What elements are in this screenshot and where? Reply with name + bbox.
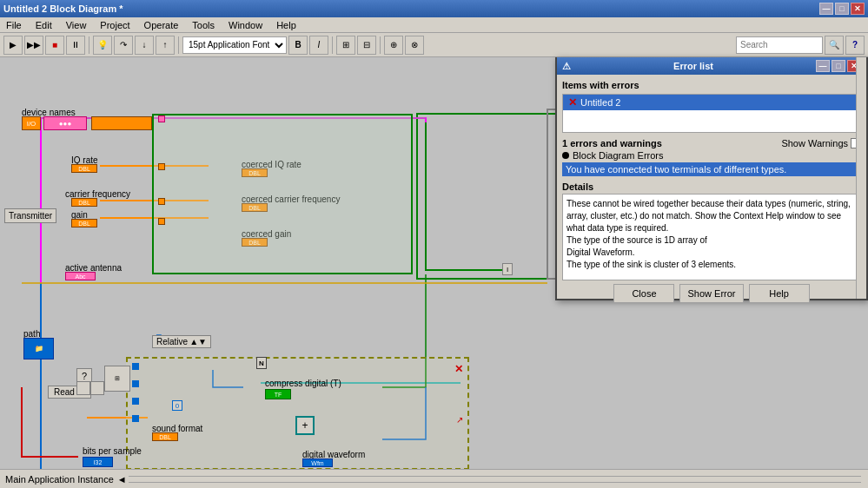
separator-1 [89, 36, 89, 54]
run-continuously-button[interactable]: ▶▶ [24, 36, 43, 55]
error-x-mark2: ↗ [456, 415, 463, 425]
relative-selector[interactable]: Relative ▲▼ [152, 335, 211, 348]
gain-block: DBL [71, 219, 97, 228]
window-title: Untitled 2 Block Diagram * [3, 3, 123, 14]
device-pink-block: ●●● [43, 116, 87, 130]
separator-3 [332, 36, 333, 54]
error-panel-title-text: Error list [673, 61, 713, 71]
frame-indicator: I [502, 263, 513, 275]
step-out-btn[interactable]: ↑ [156, 36, 175, 55]
iq-rate-block: DBL [71, 164, 97, 173]
add-block: + [295, 416, 315, 435]
details-title: Details [562, 181, 861, 192]
bold-btn[interactable]: B [288, 36, 308, 55]
subvi-small-1: ⊞ [104, 366, 130, 392]
font-selector[interactable]: 15pt Application Font [182, 36, 287, 54]
status-text: Main Application Instance [5, 474, 114, 485]
menu-file[interactable]: File [3, 19, 24, 31]
error-panel-maximize[interactable]: □ [832, 60, 845, 72]
highlight-btn[interactable]: 💡 [93, 36, 112, 55]
toolbar: ▶ ▶▶ ■ ⏸ 💡 ↷ ↓ ↑ 15pt Application Font B… [0, 33, 868, 57]
error-icon: ✕ [568, 96, 577, 109]
sound-format-block: DBL [152, 432, 178, 441]
align-btn[interactable]: ⊞ [336, 36, 355, 55]
show-error-button[interactable]: Show Error [679, 284, 743, 303]
pause-button[interactable]: ⏸ [66, 36, 85, 55]
error-item-name: Untitled 2 [580, 97, 620, 108]
bits-per-sample-label: bits per sample [83, 446, 142, 456]
file-constant-2 [90, 381, 104, 395]
error-list-item-untitled2[interactable]: ✕ Untitled 2 [563, 95, 860, 110]
distribute-btn[interactable]: ⊟ [357, 36, 376, 55]
close-button[interactable]: ✕ [851, 3, 865, 15]
extra-btn2[interactable]: ⊗ [405, 36, 424, 55]
error-detail-text: These cannot be wired together because t… [567, 198, 857, 271]
terminal-pink [158, 115, 165, 122]
maximize-button[interactable]: □ [835, 3, 849, 15]
error-panel-icon: ⚠ [562, 61, 571, 72]
search-input[interactable] [736, 36, 823, 54]
search-button[interactable]: 🔍 [825, 36, 844, 55]
abort-button[interactable]: ■ [45, 36, 64, 55]
error-panel: ⚠ Error list — □ ✕ Items with errors ✕ U… [555, 57, 868, 300]
items-with-errors-title: Items with errors [562, 80, 861, 90]
compress-digital-label: compress digital (T) [265, 379, 341, 388]
bits-per-sample-block: I32 [83, 457, 113, 467]
block-diagram-errors-section: Block Diagram Errors [562, 150, 861, 161]
block-diagram-errors-text: Block Diagram Errors [573, 150, 664, 161]
extra-btn1[interactable]: ⊕ [384, 36, 403, 55]
menu-help[interactable]: Help [274, 19, 299, 31]
carrier-freq-block: DBL [71, 198, 97, 207]
errors-warnings-count: 1 errors and warnings [562, 138, 662, 148]
main-subvi-box [152, 114, 413, 274]
menu-view[interactable]: View [63, 19, 89, 31]
menu-window[interactable]: Window [226, 19, 265, 31]
minimize-button[interactable]: — [819, 3, 833, 15]
device-orange-bar [91, 116, 152, 130]
close-button[interactable]: Close [613, 284, 674, 303]
status-bar: Main Application Instance ◄ [0, 469, 868, 488]
title-bar: Untitled 2 Block Diagram * — □ ✕ [0, 0, 868, 17]
file-constant [76, 381, 90, 395]
dot-icon [562, 152, 569, 159]
separator-2 [178, 36, 179, 54]
menu-tools[interactable]: Tools [189, 19, 217, 31]
menu-edit[interactable]: Edit [33, 19, 55, 31]
run-button[interactable]: ▶ [3, 36, 23, 55]
menu-bar: File Edit View Project Operate Tools Win… [0, 17, 868, 33]
show-warnings-container: Show Warnings [781, 138, 861, 148]
error-list-box[interactable]: ✕ Untitled 2 [562, 94, 861, 133]
help-button[interactable]: ? [845, 36, 865, 55]
main-area: device names I/O ●●● IQ rate DBL carrier… [0, 57, 868, 469]
inner-t1 [132, 363, 139, 370]
error-panel-title-bar: ⚠ Error list — □ ✕ [557, 57, 866, 75]
show-warnings-label: Show Warnings [781, 138, 848, 148]
transmitter-label: Transmitter [4, 208, 56, 223]
error-buttons: Close Show Error Help [562, 280, 861, 307]
n-indicator: N [256, 357, 267, 369]
error-message-box: You have connected two terminals of diff… [562, 162, 861, 176]
horizontal-scrollbar[interactable] [129, 476, 861, 483]
step-into-btn[interactable]: ↓ [135, 36, 154, 55]
compress-digital-block: TF [265, 389, 291, 399]
step-over-btn[interactable]: ↷ [114, 36, 133, 55]
active-antenna-block: Abc [65, 272, 96, 280]
italic-btn[interactable]: I [309, 36, 328, 55]
error-detail-box: These cannot be wired together because t… [562, 194, 861, 280]
device-block: I/O [22, 116, 41, 130]
error-panel-minimize[interactable]: — [816, 60, 830, 72]
status-scroll: ◄ [117, 474, 127, 485]
digital-waveform-block: Wfm [302, 458, 333, 467]
path-block: 📁 [23, 338, 54, 359]
zero-constant: 0 [172, 400, 182, 411]
help-button[interactable]: Help [749, 284, 810, 303]
error-panel-body: Items with errors ✕ Untitled 2 1 errors … [557, 75, 866, 312]
menu-operate[interactable]: Operate [142, 19, 182, 31]
bottom-subvi-box: ✕ ↗ [126, 357, 469, 469]
menu-project[interactable]: Project [97, 19, 132, 31]
detail-scrollbar[interactable] [856, 194, 861, 280]
separator-4 [380, 36, 381, 54]
error-x-mark: ✕ [454, 363, 463, 375]
inner-t3 [132, 398, 139, 405]
terminal-1 [158, 163, 165, 170]
